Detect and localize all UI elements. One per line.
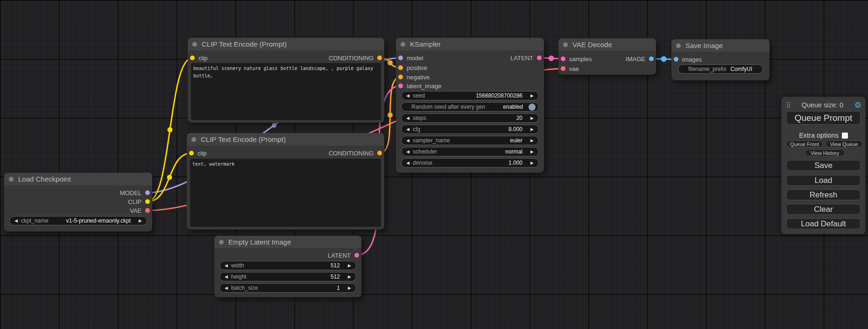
view-history-button[interactable]: View History — [805, 149, 845, 156]
node-save-image[interactable]: Save Image images filename_prefix ComfyU… — [671, 39, 769, 80]
increment-arrow-icon[interactable]: ▶ — [529, 161, 535, 165]
increment-arrow-icon[interactable]: ▶ — [529, 93, 535, 98]
widget-value: ComfyUI — [730, 66, 752, 72]
node-title-bar[interactable]: VAE Decode — [558, 38, 656, 51]
node-title-bar[interactable]: Empty Latent Image — [214, 236, 361, 248]
image-output-port[interactable] — [649, 56, 654, 61]
decrement-arrow-icon[interactable]: ◀ — [405, 138, 411, 143]
decrement-arrow-icon[interactable]: ◀ — [405, 127, 411, 132]
vae-output-port[interactable] — [145, 208, 150, 213]
steps-widget[interactable]: ◀ steps 20 ▶ — [401, 113, 539, 123]
node-title: Save Image — [685, 42, 723, 49]
gear-icon[interactable]: ⚙ — [854, 101, 861, 109]
decrement-arrow-icon[interactable]: ◀ — [13, 218, 19, 223]
collapse-dot-icon[interactable] — [563, 42, 568, 47]
decrement-arrow-icon[interactable]: ◀ — [223, 263, 229, 268]
prompt-textarea[interactable]: beautiful scenery nature glass bottle la… — [191, 63, 381, 120]
seed-widget[interactable]: ◀ seed 156680208700286 ▶ — [401, 91, 539, 100]
load-default-button[interactable]: Load Default — [786, 218, 861, 229]
link-dot-model — [272, 123, 276, 128]
model-input-port[interactable] — [398, 56, 403, 60]
decrement-arrow-icon[interactable]: ◀ — [405, 161, 411, 165]
increment-arrow-icon[interactable]: ▶ — [346, 286, 353, 290]
increment-arrow-icon[interactable]: ▶ — [137, 218, 143, 223]
node-clip-text-encode-positive[interactable]: CLIP Text Encode (Prompt) clip CONDITION… — [188, 38, 384, 123]
load-button[interactable]: Load — [786, 175, 861, 186]
widget-name: steps — [413, 115, 426, 121]
node-vae-decode[interactable]: VAE Decode samples vae IMAGE — [558, 38, 656, 75]
increment-arrow-icon[interactable]: ▶ — [529, 116, 535, 120]
scheduler-widget[interactable]: ◀ scheduler normal ▶ — [401, 147, 539, 156]
node-title-bar[interactable]: Save Image — [671, 39, 769, 52]
extra-options-checkbox[interactable] — [842, 133, 848, 139]
node-title-bar[interactable]: CLIP Text Encode (Prompt) — [187, 133, 384, 146]
node-ksampler[interactable]: KSampler model positive negative latent_… — [396, 38, 544, 173]
clear-button[interactable]: Clear — [786, 204, 861, 215]
port-row-image-output: IMAGE — [626, 55, 654, 63]
latent-image-input-port[interactable] — [398, 84, 403, 88]
negative-input-port[interactable] — [398, 75, 403, 79]
node-title-bar[interactable]: CLIP Text Encode (Prompt) — [188, 38, 384, 50]
positive-input-port[interactable] — [398, 65, 403, 70]
collapse-dot-icon[interactable] — [676, 43, 681, 48]
port-row-latent-output: LATENT — [328, 251, 359, 259]
queue-front-button[interactable]: Queue Front — [786, 140, 823, 147]
port-label: samples — [569, 56, 592, 63]
width-widget[interactable]: ◀ width 512 ▶ — [219, 261, 356, 270]
widget-value: 8.000 — [508, 126, 522, 133]
widget-name: height — [231, 273, 247, 280]
vae-input-port[interactable] — [561, 66, 565, 71]
batch-size-widget[interactable]: ◀ batch_size 1 ▶ — [219, 283, 356, 293]
link-dot-clip-positive — [168, 127, 173, 133]
conditioning-output-port[interactable] — [377, 56, 382, 60]
random-seed-toggle[interactable] — [529, 104, 536, 111]
widget-name: sampler_name — [413, 137, 450, 144]
random-seed-widget[interactable]: Random seed after every gen enabled — [401, 102, 539, 112]
denoise-widget[interactable]: ◀ denoise 1.000 ▶ — [401, 158, 539, 168]
view-queue-button[interactable]: View Queue — [826, 140, 862, 147]
prompt-textarea[interactable]: text, watermark — [190, 159, 381, 227]
node-load-checkpoint[interactable]: Load Checkpoint MODEL CLIP VAE ◀ ckpt_na… — [4, 173, 152, 231]
decrement-arrow-icon[interactable]: ◀ — [405, 116, 411, 120]
collapse-dot-icon[interactable] — [9, 177, 14, 182]
increment-arrow-icon[interactable]: ▶ — [346, 274, 353, 279]
collapse-dot-icon[interactable] — [192, 42, 197, 47]
node-empty-latent-image[interactable]: Empty Latent Image LATENT ◀ width 512 ▶ … — [214, 236, 361, 297]
sampler-name-widget[interactable]: ◀ sampler_name euler ▶ — [401, 136, 539, 145]
clip-output-port[interactable] — [145, 199, 150, 204]
collapse-dot-icon[interactable] — [401, 42, 405, 47]
widget-value: 20 — [516, 115, 522, 121]
increment-arrow-icon[interactable]: ▶ — [529, 127, 535, 132]
filename-prefix-widget[interactable]: filename_prefix ComfyUI — [678, 64, 763, 74]
save-button[interactable]: Save — [786, 160, 861, 171]
ckpt-name-widget[interactable]: ◀ ckpt_name v1-5-pruned-emaonly.ckpt ▶ — [9, 216, 147, 225]
samples-input-port[interactable] — [561, 56, 565, 61]
decrement-arrow-icon[interactable]: ◀ — [223, 274, 229, 279]
node-title-bar[interactable]: KSampler — [396, 38, 544, 50]
model-output-port[interactable] — [145, 190, 150, 195]
decrement-arrow-icon[interactable]: ◀ — [405, 149, 411, 154]
port-label: CLIP — [128, 198, 141, 205]
drag-handle-icon[interactable] — [786, 102, 790, 108]
collapse-dot-icon[interactable] — [219, 240, 224, 245]
clip-input-port[interactable] — [190, 56, 195, 60]
queue-prompt-button[interactable]: Queue Prompt — [786, 111, 861, 125]
node-clip-text-encode-negative[interactable]: CLIP Text Encode (Prompt) clip CONDITION… — [187, 133, 384, 230]
increment-arrow-icon[interactable]: ▶ — [529, 138, 535, 143]
clip-input-port[interactable] — [189, 151, 194, 155]
conditioning-output-port[interactable] — [377, 151, 382, 155]
decrement-arrow-icon[interactable]: ◀ — [223, 286, 229, 290]
link-dot-clip-negative — [167, 175, 172, 180]
latent-output-port[interactable] — [537, 56, 542, 60]
node-title-bar[interactable]: Load Checkpoint — [4, 173, 152, 185]
collapse-dot-icon[interactable] — [191, 137, 196, 142]
cfg-widget[interactable]: ◀ cfg 8.000 ▶ — [401, 125, 539, 134]
node-graph-canvas[interactable]: Load Checkpoint MODEL CLIP VAE ◀ ckpt_na… — [0, 0, 868, 329]
increment-arrow-icon[interactable]: ▶ — [529, 149, 535, 154]
latent-output-port[interactable] — [354, 253, 359, 258]
decrement-arrow-icon[interactable]: ◀ — [405, 93, 411, 98]
images-input-port[interactable] — [674, 57, 678, 62]
increment-arrow-icon[interactable]: ▶ — [346, 263, 353, 268]
refresh-button[interactable]: Refresh — [786, 189, 861, 200]
height-widget[interactable]: ◀ height 512 ▶ — [219, 272, 356, 281]
